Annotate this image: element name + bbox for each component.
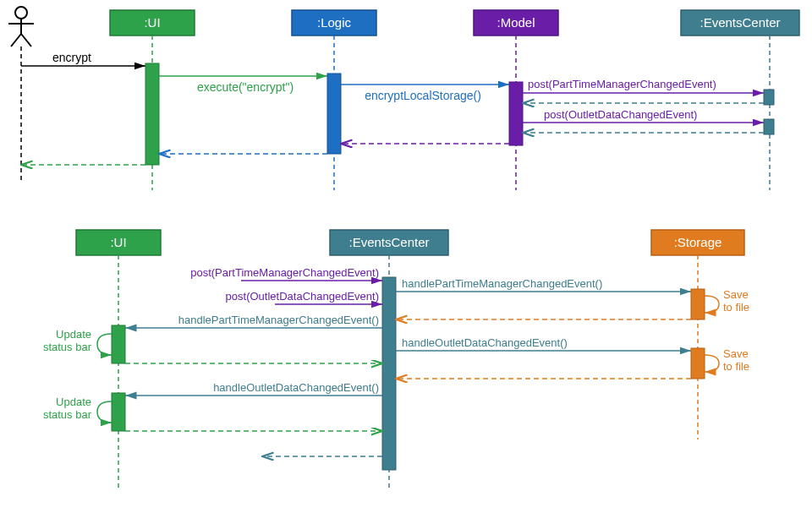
label-save2b: to file — [723, 360, 749, 373]
label-model: :Model — [497, 15, 535, 30]
activation-model — [509, 82, 523, 145]
activation-ui2-2 — [112, 393, 125, 431]
label-post-odc: post(OutletDataChangedEvent) — [544, 108, 697, 121]
label-update1b: status bar — [43, 341, 92, 353]
svg-line-3 — [11, 34, 21, 46]
label-handle-ptm-ui: handlePartTimeManagerChangedEvent() — [178, 314, 379, 326]
label-storage: :Storage — [674, 235, 722, 249]
label-encrypt-local: encryptLocalStorage() — [365, 89, 481, 102]
bottom-diagram: :UI :EventsCenter :Storage post(PartTime… — [43, 230, 749, 490]
label-events2: :EventsCenter — [348, 235, 429, 249]
label-in-ptm: post(PartTimeManagerChangedEvent) — [190, 266, 379, 279]
label-events: :EventsCenter — [700, 15, 780, 30]
activation-events-1 — [764, 90, 774, 105]
label-post-ptm: post(PartTimeManagerChangedEvent) — [528, 78, 716, 90]
label-save1: Save — [723, 288, 749, 301]
activation-ui — [145, 63, 159, 165]
label-update2b: status bar — [43, 408, 92, 421]
activation-events2 — [382, 277, 396, 470]
label-encrypt: encrypt — [52, 51, 91, 64]
label-logic: :Logic — [317, 15, 352, 30]
label-update1: Update — [56, 328, 91, 341]
self-save-2 — [705, 355, 719, 372]
label-handle-odc-ui: handleOutletDataChangedEvent() — [213, 381, 379, 394]
svg-line-4 — [21, 34, 31, 46]
activation-events-2 — [764, 119, 774, 134]
label-execute: execute("encrypt") — [197, 80, 294, 94]
self-update-1 — [97, 334, 112, 355]
activation-ui2-1 — [112, 325, 125, 363]
activation-logic — [327, 74, 341, 154]
label-update2: Update — [56, 396, 91, 408]
self-save-1 — [705, 296, 719, 313]
top-diagram: :UI :Logic :Model :EventsCenter encrypt … — [8, 7, 799, 190]
label-in-odc: post(OutletDataChangedEvent) — [226, 290, 379, 303]
actor-user-icon — [8, 7, 34, 46]
self-update-2 — [97, 401, 112, 423]
label-handle-odc-st: handleOutletDataChangedEvent() — [402, 336, 568, 349]
label-ui: :UI — [144, 15, 160, 30]
svg-point-0 — [15, 7, 27, 19]
label-ui2: :UI — [110, 235, 126, 249]
label-handle-ptm-st: handlePartTimeManagerChangedEvent() — [402, 277, 602, 290]
activation-storage-2 — [691, 348, 705, 379]
activation-storage-1 — [691, 289, 705, 319]
label-save2: Save — [723, 347, 749, 360]
label-save1b: to file — [723, 301, 749, 314]
